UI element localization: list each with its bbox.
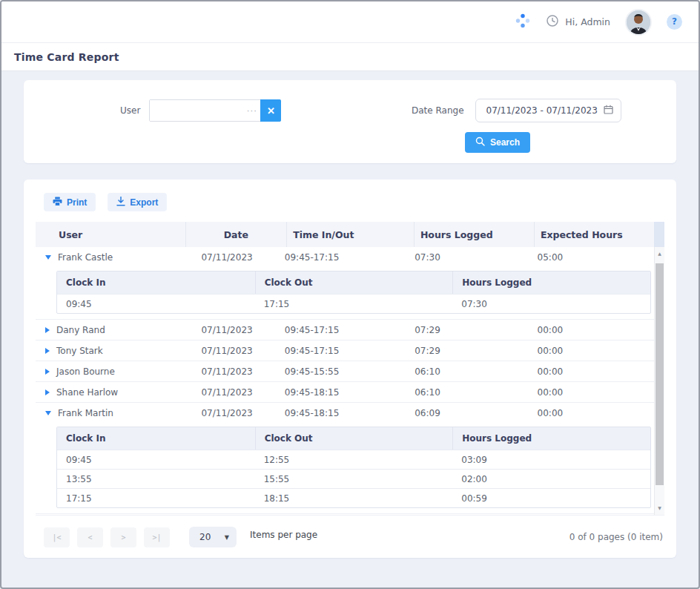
expand-toggle-icon[interactable] [45,411,51,415]
expected-cell: 00:00 [532,325,654,335]
user-lookup-button[interactable]: ··· [243,100,260,121]
table-toolbar: Print Export [36,180,664,211]
detail-rows: 09:45 12:55 03:09 13:55 15:55 02:00 17:1… [57,450,650,507]
expected-cell: 00:00 [532,387,654,398]
hours-logged-cell: 02:00 [452,474,650,484]
hours-cell: 07:30 [409,252,531,263]
user-input-group: ··· ✕ [149,99,281,122]
table-row[interactable]: Jason Bourne 07/11/2023 09:45-15:55 06:1… [36,361,654,381]
table-scrollbar[interactable]: ▲ ▼ [654,247,664,515]
detail-column-header: Hours Logged [452,272,650,294]
detail-row: 13:55 15:55 02:00 [57,469,650,488]
timecard-table: User Date Time In/Out Hours Logged Expec… [36,222,664,516]
first-page-button[interactable]: |< [44,527,70,547]
help-button[interactable]: ? [667,14,682,30]
detail-header: Clock In Clock Out Hours Logged [57,427,650,450]
hours-cell: 07:29 [409,325,531,335]
date-range-label: Date Range [412,105,464,116]
column-header-time: Time In/Out [286,222,414,247]
date-cell: 07/11/2023 [175,366,278,377]
time-cell: 09:45-17:15 [279,325,409,335]
user-input[interactable] [150,100,243,121]
detail-table: Clock In Clock Out Hours Logged 09:45 12… [56,427,651,508]
search-icon [475,136,485,148]
column-header-user: User [36,229,185,240]
date-cell: 07/11/2023 [175,408,278,418]
expand-toggle-icon[interactable] [45,348,50,354]
column-header-hours: Hours Logged [414,222,534,247]
search-button[interactable]: Search [465,132,530,153]
header-scrollbar-gap [654,222,664,247]
expected-cell: 00:00 [532,408,654,418]
column-header-expected: Expected Hours [534,222,654,247]
time-cell: 09:45-17:15 [279,346,409,356]
avatar[interactable] [625,9,652,36]
hours-cell: 06:10 [409,387,531,398]
detail-row: 09:45 12:55 03:09 [57,450,650,469]
export-button[interactable]: Export [108,193,167,211]
table-row[interactable]: Tony Stark 07/11/2023 09:45-17:15 07:29 … [36,340,654,361]
detail-row: 17:15 18:15 00:59 [57,488,650,507]
download-icon [116,197,125,208]
table-header: User Date Time In/Out Hours Logged Expec… [36,222,664,247]
page-title: Time Card Report [14,51,119,63]
table-row-group: Tony Stark 07/11/2023 09:45-17:15 07:29 … [36,340,654,361]
expand-toggle-icon[interactable] [45,255,51,260]
table-row-group: Jason Bourne 07/11/2023 09:45-15:55 06:1… [36,361,654,382]
page-size-value: 20 [199,532,211,542]
table-row-group: Frank Martin 07/11/2023 09:45-18:15 06:0… [36,403,654,514]
user-cell: Shane Harlow [56,387,118,398]
expected-cell: 00:00 [532,346,654,356]
export-button-label: Export [130,197,158,208]
page-size-select[interactable]: 20 ▼ [189,527,237,547]
clock-in-cell: 09:45 [57,455,255,465]
time-cell: 09:45-17:15 [279,252,409,263]
table-row-group: Frank Castle 07/11/2023 09:45-17:15 07:3… [36,247,654,320]
clock-out-cell: 18:15 [255,493,453,504]
clock-in-cell: 13:55 [57,474,255,484]
clock-in-cell: 17:15 [57,493,255,504]
detail-column-header: Clock Out [255,272,453,294]
table-row[interactable]: Shane Harlow 07/11/2023 09:45-18:15 06:1… [36,382,654,402]
user-cell: Tony Stark [56,346,103,356]
table-row[interactable]: Frank Martin 07/11/2023 09:45-18:15 06:0… [36,403,654,423]
scrollbar-down-icon[interactable]: ▼ [655,504,664,513]
date-cell: 07/11/2023 [175,325,278,335]
expand-toggle-icon[interactable] [45,389,50,395]
detail-table: Clock In Clock Out Hours Logged 09:45 17… [56,271,651,314]
hours-logged-cell: 03:09 [452,455,650,465]
calendar-icon [604,105,613,116]
print-button[interactable]: Print [44,193,96,211]
last-page-button[interactable]: >| [144,527,170,547]
user-clear-button[interactable]: ✕ [260,99,281,122]
date-cell: 07/11/2023 [175,387,278,398]
prev-page-button[interactable]: < [77,527,103,547]
date-cell: 07/11/2023 [175,252,278,263]
table-row[interactable]: Dany Rand 07/11/2023 09:45-17:15 07:29 0… [36,320,654,340]
items-per-page-label: Items per page [250,530,317,540]
date-range-input[interactable]: 07/11/2023 - 07/11/2023 [475,99,621,122]
expand-toggle-icon[interactable] [45,327,50,333]
scrollbar-thumb[interactable] [656,263,664,485]
detail-rows: 09:45 17:15 07:30 [57,294,650,313]
hours-cell: 06:09 [409,408,531,418]
clock-out-cell: 17:15 [255,299,453,309]
printer-icon [53,197,62,208]
user-cell: Frank Castle [58,252,113,263]
detail-column-header: Clock In [57,277,255,288]
hours-cell: 07:29 [409,346,531,356]
user-label: User [120,105,140,116]
topbar: Hi, Admin ? [1,1,699,43]
table-row[interactable]: Frank Castle 07/11/2023 09:45-17:15 07:3… [36,247,654,267]
date-cell: 07/11/2023 [175,346,278,356]
expand-toggle-icon[interactable] [45,369,50,375]
chevron-down-icon: ▼ [225,534,229,541]
apps-icon[interactable] [515,13,531,32]
scrollbar-up-icon[interactable]: ▲ [655,249,664,258]
page-summary: 0 of 0 pages (0 item) [569,532,664,542]
hours-cell: 06:10 [409,366,531,377]
next-page-button[interactable]: > [110,527,136,547]
clock-icon [546,14,559,30]
hours-logged-cell: 07:30 [452,299,650,309]
greeting-text: Hi, Admin [565,16,610,27]
